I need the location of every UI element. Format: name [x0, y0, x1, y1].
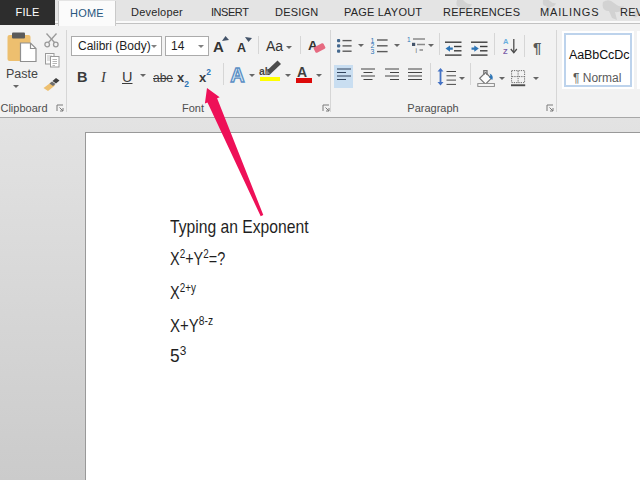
svg-text:Z: Z [503, 47, 508, 56]
svg-text:3: 3 [371, 48, 375, 54]
svg-text:1: 1 [407, 36, 411, 43]
svg-text:i: i [416, 47, 417, 54]
svg-text:A: A [503, 38, 509, 46]
svg-text:A: A [230, 64, 244, 85]
